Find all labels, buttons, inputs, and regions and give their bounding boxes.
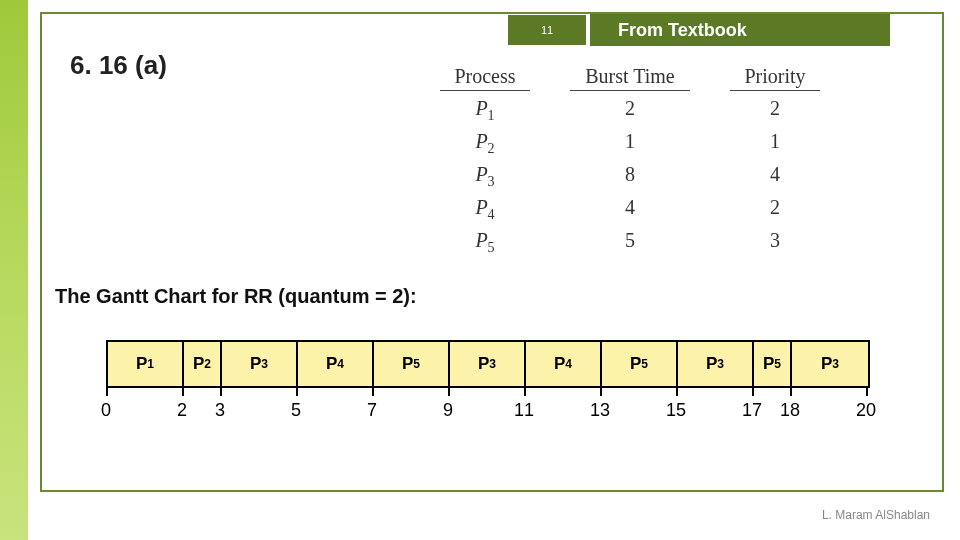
gantt-caption: The Gantt Chart for RR (quantum = 2):	[55, 285, 417, 308]
gantt-segment: P3	[222, 342, 298, 386]
tick-label: 15	[666, 400, 686, 421]
tick-label: 3	[215, 400, 225, 421]
cell-priority: 1	[730, 130, 820, 157]
cell-priority: 2	[730, 97, 820, 124]
cell-process: P1	[440, 97, 530, 124]
cell-process: P4	[440, 196, 530, 223]
cell-priority: 4	[730, 163, 820, 190]
table-header: Process Burst Time Priority	[440, 65, 820, 91]
gantt-segment: P3	[678, 342, 754, 386]
page-number-badge: 11	[508, 15, 586, 45]
cell-process: P5	[440, 229, 530, 256]
cell-burst: 1	[570, 130, 690, 157]
table-row: P384	[440, 163, 820, 190]
tick-mark	[752, 386, 754, 396]
gantt-segment: P3	[450, 342, 526, 386]
cell-burst: 4	[570, 196, 690, 223]
cell-process: P3	[440, 163, 530, 190]
tick-mark	[372, 386, 374, 396]
tick-mark	[296, 386, 298, 396]
gantt-segment: P4	[298, 342, 374, 386]
tick-label: 5	[291, 400, 301, 421]
col-process: Process	[440, 65, 530, 91]
tick-label: 7	[367, 400, 377, 421]
gantt-segment: P4	[526, 342, 602, 386]
col-priority: Priority	[730, 65, 820, 91]
cell-burst: 8	[570, 163, 690, 190]
col-burst: Burst Time	[570, 65, 690, 91]
tick-mark	[448, 386, 450, 396]
tick-mark	[676, 386, 678, 396]
author-label: L. Maram AlShablan	[822, 508, 930, 522]
gantt-segment: P5	[374, 342, 450, 386]
cell-process: P2	[440, 130, 530, 157]
gantt-segment: P5	[754, 342, 792, 386]
tick-mark	[524, 386, 526, 396]
tick-mark	[600, 386, 602, 396]
process-table: Process Burst Time Priority P122P211P384…	[440, 65, 820, 256]
table-row: P122	[440, 97, 820, 124]
tick-label: 17	[742, 400, 762, 421]
cell-priority: 3	[730, 229, 820, 256]
section-title: 6. 16 (a)	[70, 50, 167, 81]
tick-label: 20	[856, 400, 876, 421]
tick-label: 0	[101, 400, 111, 421]
table-row: P442	[440, 196, 820, 223]
tick-label: 18	[780, 400, 800, 421]
tick-mark	[866, 386, 868, 396]
tick-label: 9	[443, 400, 453, 421]
from-textbook-label: From Textbook	[590, 14, 890, 46]
gantt-segment: P5	[602, 342, 678, 386]
gantt-time-axis: 023579111315171820	[106, 396, 866, 420]
gantt-chart: P1P2P3P4P5P3P4P5P3P5P3	[106, 340, 870, 388]
gantt-segment: P2	[184, 342, 222, 386]
tick-mark	[220, 386, 222, 396]
table-row: P553	[440, 229, 820, 256]
tick-mark	[790, 386, 792, 396]
tick-mark	[182, 386, 184, 396]
cell-burst: 5	[570, 229, 690, 256]
tick-label: 11	[514, 400, 534, 421]
tick-label: 13	[590, 400, 610, 421]
table-row: P211	[440, 130, 820, 157]
tick-mark	[106, 386, 108, 396]
cell-burst: 2	[570, 97, 690, 124]
gantt-segment: P3	[792, 342, 868, 386]
tick-label: 2	[177, 400, 187, 421]
cell-priority: 2	[730, 196, 820, 223]
gantt-segment: P1	[108, 342, 184, 386]
